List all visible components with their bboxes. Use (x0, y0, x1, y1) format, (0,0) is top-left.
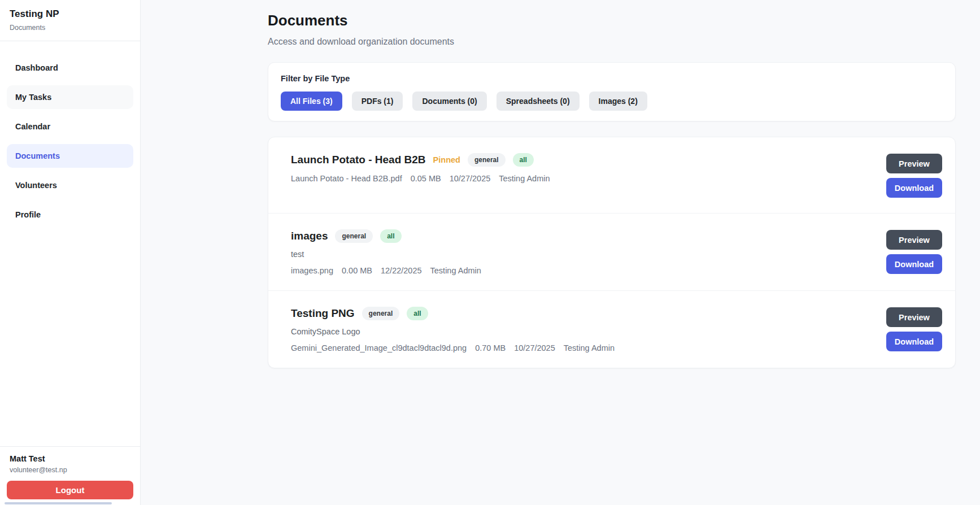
document-actions: Preview Download (886, 229, 942, 274)
filter-buttons: All Files (3) PDFs (1) Documents (0) Spr… (281, 92, 943, 111)
document-info: Launch Potato - Head B2B Pinned general … (291, 153, 550, 183)
document-title: Launch Potato - Head B2B (291, 154, 426, 166)
sidebar-item-documents[interactable]: Documents (7, 144, 133, 168)
filter-pdfs[interactable]: PDFs (1) (352, 92, 403, 111)
page-subtitle: Access and download organization documen… (268, 37, 956, 47)
document-title: Testing PNG (291, 307, 355, 320)
download-button[interactable]: Download (886, 178, 942, 198)
category-badge: general (468, 153, 506, 167)
sidebar-item-calendar[interactable]: Calendar (7, 115, 133, 138)
horizontal-scrollbar-thumb[interactable] (5, 502, 112, 504)
visibility-badge: all (407, 307, 428, 320)
visibility-badge: all (513, 153, 534, 167)
documents-list: Launch Potato - Head B2B Pinned general … (268, 137, 956, 368)
file-uploader: Testing Admin (430, 266, 481, 275)
document-meta: Launch Potato - Head B2B.pdf 0.05 MB 10/… (291, 174, 550, 183)
document-row: Testing PNG general all ComitySpace Logo… (268, 291, 955, 368)
document-meta: images.png 0.00 MB 12/22/2025 Testing Ad… (291, 266, 481, 275)
file-uploader: Testing Admin (564, 343, 615, 352)
preview-button[interactable]: Preview (886, 154, 942, 173)
category-badge: general (335, 229, 373, 243)
sidebar-footer: Matt Test volunteer@test.np Logout (0, 446, 140, 505)
user-name: Matt Test (7, 454, 133, 463)
document-description: ComitySpace Logo (291, 327, 615, 336)
org-subtitle: Documents (10, 24, 130, 32)
file-name: Launch Potato - Head B2B.pdf (291, 174, 402, 183)
file-name: Gemini_Generated_Image_cl9dtacl9dtacl9d.… (291, 343, 467, 352)
filter-documents[interactable]: Documents (0) (412, 92, 486, 111)
sidebar-item-dashboard[interactable]: Dashboard (7, 56, 133, 80)
sidebar: Testing NP Documents Dashboard My Tasks … (0, 0, 141, 505)
filter-label: Filter by File Type (281, 74, 943, 83)
sidebar-header: Testing NP Documents (0, 0, 140, 41)
filter-card: Filter by File Type All Files (3) PDFs (… (268, 62, 956, 121)
file-date: 12/22/2025 (381, 266, 422, 275)
document-meta: Gemini_Generated_Image_cl9dtacl9dtacl9d.… (291, 343, 615, 352)
document-info: images general all test images.png 0.00 … (291, 229, 481, 275)
download-button[interactable]: Download (886, 332, 942, 351)
category-badge: general (362, 307, 400, 320)
file-date: 10/27/2025 (514, 343, 555, 352)
org-name: Testing NP (10, 8, 130, 20)
pinned-label: Pinned (433, 155, 460, 164)
app-window: Testing NP Documents Dashboard My Tasks … (0, 0, 980, 505)
sidebar-item-volunteers[interactable]: Volunteers (7, 173, 133, 197)
user-email: volunteer@test.np (7, 466, 133, 474)
file-size: 0.05 MB (411, 174, 441, 183)
document-row: images general all test images.png 0.00 … (268, 214, 955, 291)
download-button[interactable]: Download (886, 254, 942, 274)
file-size: 0.00 MB (342, 266, 372, 275)
sidebar-nav: Dashboard My Tasks Calendar Documents Vo… (0, 41, 140, 232)
sidebar-item-profile[interactable]: Profile (7, 203, 133, 227)
file-uploader: Testing Admin (499, 174, 550, 183)
main-content: Documents Access and download organizati… (141, 0, 980, 505)
logout-button[interactable]: Logout (7, 481, 133, 499)
file-size: 0.70 MB (475, 343, 506, 352)
file-name: images.png (291, 266, 333, 275)
document-description: test (291, 250, 481, 259)
document-row: Launch Potato - Head B2B Pinned general … (268, 137, 955, 214)
document-actions: Preview Download (886, 153, 942, 198)
filter-spreadsheets[interactable]: Spreadsheets (0) (496, 92, 580, 111)
visibility-badge: all (380, 229, 401, 243)
document-actions: Preview Download (886, 307, 942, 351)
filter-images[interactable]: Images (2) (589, 92, 647, 111)
preview-button[interactable]: Preview (886, 230, 942, 250)
file-date: 10/27/2025 (450, 174, 491, 183)
document-title: images (291, 230, 328, 242)
filter-all-files[interactable]: All Files (3) (281, 92, 342, 111)
document-info: Testing PNG general all ComitySpace Logo… (291, 307, 615, 352)
page-title: Documents (268, 12, 956, 29)
sidebar-item-my-tasks[interactable]: My Tasks (7, 85, 133, 109)
preview-button[interactable]: Preview (886, 307, 942, 327)
